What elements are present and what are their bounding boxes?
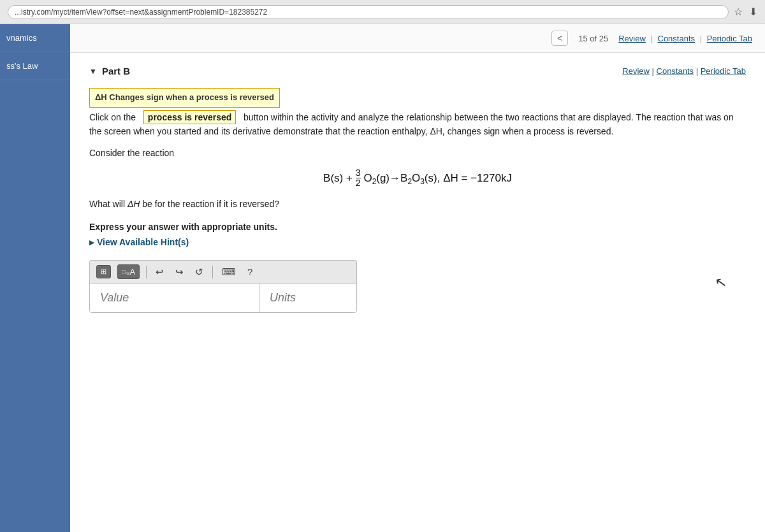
review-link-inline: Review | Constants | Periodic Tab <box>622 66 746 76</box>
answer-input-row <box>89 283 357 313</box>
page-counter: 15 of 25 <box>578 34 608 43</box>
periodic-inline-link[interactable]: Periodic Tab <box>701 66 746 76</box>
reset-button[interactable]: ↺ <box>193 265 206 279</box>
top-bar-right: < 15 of 25 Review | Constants | Periodic… <box>551 31 752 46</box>
question-mark-button[interactable]: ? <box>247 266 252 277</box>
main-content: < 15 of 25 Review | Constants | Periodic… <box>70 24 765 532</box>
consider-text: Consider the reaction <box>89 148 746 158</box>
consider-label: Consider the reaction <box>89 148 174 158</box>
value-input[interactable] <box>90 284 259 312</box>
hint-link[interactable]: View Available Hint(s) <box>89 237 746 247</box>
reaction-equation: B(s) + 3 2 O2(g)→B2O3(s), ΔH = −1270kJ <box>89 168 746 189</box>
browser-bar: ...istry.com/myct/itemView?offset=next&a… <box>0 0 765 24</box>
star-icon[interactable]: ☆ <box>734 6 743 18</box>
sidebar: vnamics ss's Law <box>0 24 70 532</box>
toolbar-separator-1 <box>146 266 147 278</box>
hint-link-label[interactable]: View Available Hint(s) <box>97 237 189 247</box>
prev-button[interactable]: < <box>551 31 568 46</box>
font-button[interactable]: □ ᵤA <box>117 264 140 279</box>
units-input[interactable] <box>259 284 357 312</box>
delta-h-symbol: ΔH <box>127 199 140 209</box>
top-bar: < 15 of 25 Review | Constants | Periodic… <box>70 24 765 53</box>
constants-inline-link[interactable]: Constants <box>657 66 694 76</box>
content-links: Review | Constants | Periodic Tab <box>618 34 752 43</box>
question-text: What will ΔH be for the reaction if it i… <box>89 199 746 209</box>
question-suffix: be for the reaction if it is reversed? <box>142 199 279 209</box>
matrix-button[interactable]: ⊞ <box>96 265 111 278</box>
periodic-link[interactable]: Periodic Tab <box>707 34 752 43</box>
instruction-block: ΔH Changes sign when a process is revers… <box>89 88 746 139</box>
collapse-arrow[interactable]: ▼ <box>89 67 97 76</box>
keyboard-button[interactable]: ⌨ <box>219 265 238 279</box>
toolbar-separator-2 <box>212 266 213 278</box>
review-link[interactable]: Review <box>618 34 646 43</box>
separator1: | <box>650 34 652 43</box>
fraction-3-2: 3 2 <box>356 168 361 189</box>
matrix-icon: ⊞ <box>101 268 106 276</box>
part-label: Part B <box>102 66 130 76</box>
review-inline-link[interactable]: Review <box>622 66 650 76</box>
download-icon[interactable]: ⬇ <box>749 6 757 18</box>
part-header: ▼ Part B Review | Constants | Periodic T… <box>89 66 746 76</box>
url-bar: ...istry.com/myct/itemView?offset=next&a… <box>8 5 729 19</box>
instruction-prefix: Click on the <box>89 112 136 122</box>
problem-area: ▼ Part B Review | Constants | Periodic T… <box>70 53 765 326</box>
font-label: ᵤA <box>126 267 135 277</box>
browser-icons: ☆ ⬇ <box>734 6 757 18</box>
undo-button[interactable]: ↩ <box>153 265 166 279</box>
answer-toolbar: ⊞ □ ᵤA ↩ ↪ ↺ ⌨ ? <box>89 260 357 283</box>
tooltip-box: ΔH Changes sign when a process is revers… <box>89 88 280 108</box>
redo-button[interactable]: ↪ <box>173 265 186 279</box>
font-size-icon: □ <box>122 269 125 275</box>
separator2: | <box>700 34 702 43</box>
sidebar-item-vnamics[interactable]: vnamics <box>0 24 70 52</box>
sidebar-item-sslaw[interactable]: ss's Law <box>0 52 70 80</box>
constants-link[interactable]: Constants <box>658 34 696 43</box>
question-label: What will <box>89 199 127 209</box>
highlighted-text[interactable]: process is reversed <box>143 110 237 124</box>
express-label: Express your answer with appropriate uni… <box>89 222 746 232</box>
